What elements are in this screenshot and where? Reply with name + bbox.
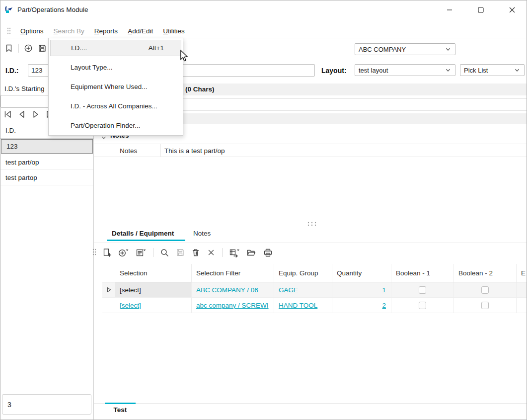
record-navigator xyxy=(2,109,55,120)
toolbar-separator xyxy=(153,248,153,257)
boolean-1-cell xyxy=(391,282,454,297)
col-quantity[interactable]: Quantity xyxy=(332,264,391,282)
select-link[interactable]: [select] xyxy=(120,302,141,309)
menu-item-equipment-where-used[interactable]: Equipment Where Used... xyxy=(49,77,183,96)
quantity-cell: 1 xyxy=(332,282,391,297)
save-record-icon[interactable] xyxy=(38,44,47,53)
bottom-tab-test[interactable]: Test xyxy=(105,406,136,414)
equip-group-cell: GAGE xyxy=(274,282,332,297)
layout-select[interactable]: test layout xyxy=(355,64,455,76)
add-record-icon[interactable] xyxy=(24,44,33,53)
chevron-down-icon xyxy=(514,67,521,74)
char-count-label: (0 Chars) xyxy=(185,85,215,93)
export-grid-dropdown-icon[interactable] xyxy=(229,248,240,257)
delete-row-icon[interactable] xyxy=(191,248,200,257)
menu-item-label: I.D.... xyxy=(71,44,87,52)
selection-filter-cell: ABC COMPANY / 06 xyxy=(192,282,274,297)
equip-group-link[interactable]: HAND TOOL xyxy=(279,302,317,309)
selection-filter-link[interactable]: abc company / SCREWI xyxy=(196,302,269,309)
quantity-link[interactable]: 1 xyxy=(382,286,386,294)
list-item[interactable]: 123 xyxy=(1,139,93,154)
list-item[interactable]: test part/op xyxy=(0,155,93,170)
select-link[interactable]: [select] xyxy=(120,286,141,294)
col-extra[interactable]: E xyxy=(517,264,527,282)
boolean-2-checkbox[interactable] xyxy=(481,286,489,294)
menu-add-edit[interactable]: Add/Edit xyxy=(123,25,158,37)
quantity-link[interactable]: 2 xyxy=(382,302,386,309)
save-grid-icon[interactable] xyxy=(176,248,185,257)
menu-item-id[interactable]: I.D.... Alt+1 xyxy=(50,40,181,56)
menu-item-shortcut: Alt+1 xyxy=(149,44,164,52)
ids-starting-input[interactable] xyxy=(0,95,50,108)
export-open-icon[interactable] xyxy=(246,248,257,257)
current-row-indicator-icon xyxy=(102,282,115,297)
company-select-value: ABC COMPANY xyxy=(359,46,406,53)
search-icon[interactable] xyxy=(160,248,169,257)
menu-item-id-across-all-companies[interactable]: I.D. - Across All Companies... xyxy=(49,96,183,116)
id-label: I.D.: xyxy=(5,67,18,75)
picklist-select[interactable]: Pick List xyxy=(460,64,525,76)
col-selection[interactable]: Selection xyxy=(115,264,192,282)
grid-header-row: Selection Selection Filter Equip. Group … xyxy=(102,264,527,282)
selection-filter-link[interactable]: ABC COMPANY / 06 xyxy=(196,286,258,294)
grid-toolbar-drag-grip-icon[interactable] xyxy=(92,248,97,258)
selection-filter-cell: abc company / SCREWI xyxy=(192,298,274,313)
selection-cell: [select] xyxy=(115,282,192,297)
chevron-down-icon xyxy=(445,67,452,74)
bookmark-icon[interactable] xyxy=(4,44,13,53)
new-row-icon[interactable] xyxy=(102,248,112,257)
col-equip-group[interactable]: Equip. Group xyxy=(274,264,332,282)
close-button[interactable] xyxy=(501,0,524,19)
toolbar-separator xyxy=(222,248,223,257)
app-icon xyxy=(4,4,14,16)
row-indicator-header xyxy=(102,264,115,282)
menu-item-part-operation-finder[interactable]: Part/Operation Finder... xyxy=(49,116,183,135)
tab-details-equipment[interactable]: Details / Equipment xyxy=(112,230,174,237)
extra-cell xyxy=(517,282,527,297)
grid-toolbar xyxy=(102,246,273,259)
menu-item-layout-type[interactable]: Layout Type... xyxy=(49,58,183,77)
form-view-dropdown-icon[interactable] xyxy=(136,248,147,257)
col-boolean-2[interactable]: Boolean - 2 xyxy=(454,264,517,282)
menu-item-label: Equipment Where Used... xyxy=(71,83,148,90)
ids-starting-label: I.D.'s Starting xyxy=(4,85,45,92)
extra-cell xyxy=(517,298,527,313)
cancel-icon[interactable] xyxy=(207,248,216,257)
title-bar: Part/Operations Module xyxy=(0,0,527,19)
bottom-tab-accent xyxy=(105,403,136,404)
boolean-1-checkbox[interactable] xyxy=(419,302,426,309)
col-selection-filter[interactable]: Selection Filter xyxy=(192,264,274,282)
splitter-handle-icon[interactable] xyxy=(307,220,317,229)
list-item[interactable]: test partop xyxy=(0,170,93,185)
maximize-button[interactable] xyxy=(469,0,492,19)
mouse-cursor-icon xyxy=(180,50,188,64)
part-operations-window: Part/Operations Module Options Search By… xyxy=(0,0,527,420)
menu-utilities[interactable]: Utilities xyxy=(158,25,190,37)
record-count: 3 xyxy=(2,394,91,415)
boolean-1-checkbox[interactable] xyxy=(419,286,426,294)
first-record-icon[interactable] xyxy=(2,109,13,120)
menu-search-by[interactable]: Search By xyxy=(49,25,89,37)
next-record-icon[interactable] xyxy=(30,109,41,120)
print-icon[interactable] xyxy=(263,248,273,257)
menu-options[interactable]: Options xyxy=(15,25,49,37)
menu-reports[interactable]: Reports xyxy=(89,25,123,37)
col-boolean-1[interactable]: Boolean - 1 xyxy=(391,264,454,282)
tabs-divider xyxy=(94,242,527,243)
tab-notes[interactable]: Notes xyxy=(193,230,211,237)
main-toolbar xyxy=(4,44,47,53)
picklist-select-value: Pick List xyxy=(464,67,488,74)
grid-row: [select] ABC COMPANY / 06 GAGE 1 xyxy=(102,282,527,298)
menu-bar: Options Search By Reports Add/Edit Utili… xyxy=(6,24,190,38)
notes-field-value[interactable]: This is a test part/op xyxy=(164,147,225,155)
add-row-dropdown-icon[interactable] xyxy=(118,248,129,257)
menu-item-label: Layout Type... xyxy=(71,64,113,71)
boolean-2-checkbox[interactable] xyxy=(481,302,489,309)
results-panel: I.D. 123 test part/op test partop 3 xyxy=(0,122,94,420)
minimize-button[interactable] xyxy=(438,0,461,19)
menubar-drag-grip-icon[interactable] xyxy=(6,27,11,35)
company-select[interactable]: ABC COMPANY xyxy=(355,43,455,55)
previous-record-icon[interactable] xyxy=(16,109,27,120)
notes-field-divider xyxy=(160,144,161,157)
equip-group-link[interactable]: GAGE xyxy=(279,286,298,294)
